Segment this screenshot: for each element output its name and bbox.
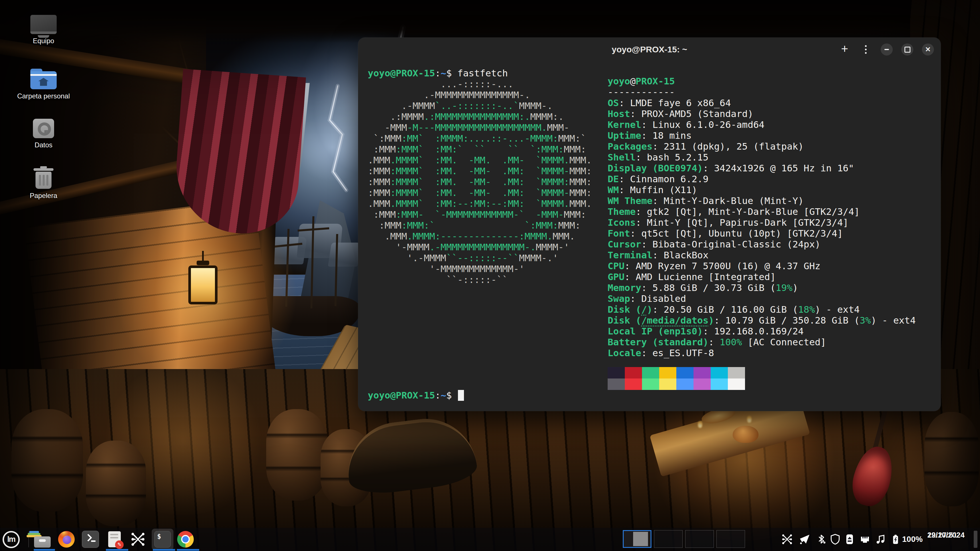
desktop-icon-trash[interactable]: Papelera (16, 165, 71, 200)
mint-menu-button[interactable]: lm (3, 531, 20, 548)
workspace-3[interactable] (685, 530, 714, 548)
running-indicator-file-manager (34, 549, 55, 551)
terminal-prompt-idle: yoyo@PROX-15:~$ (368, 390, 464, 401)
minimize-icon (885, 49, 889, 50)
running-indicator-text-editor (106, 549, 128, 551)
launcher-terminal[interactable] (82, 531, 99, 548)
terminal-window: yoyo@PROX-15: ~ + ✕ yoyo@PROX-15:~$ fast… (358, 38, 941, 411)
launcher-text-editor[interactable] (106, 531, 123, 548)
palette-color-swatch (642, 378, 659, 390)
desktop-icon-computer[interactable]: Equipo (16, 15, 71, 45)
blackbox-terminal-icon (154, 531, 171, 548)
desktop-icon-datos[interactable]: Datos (16, 119, 71, 149)
fastfetch-info: yoyo@PROX-15------------OS: LMDE faye 6 … (608, 76, 916, 359)
running-indicator-chrome (177, 549, 199, 551)
launcher-file-manager[interactable] (34, 531, 51, 548)
firefox-icon (58, 531, 75, 548)
window-title: yoyo@PROX-15: ~ (612, 44, 687, 54)
palette-color-swatch (711, 378, 728, 390)
clock-date: 29/10/2024 (928, 531, 964, 539)
tray-input-leap-icon[interactable] (781, 533, 793, 546)
palette-color-swatch (642, 367, 659, 378)
launcher-firefox[interactable] (58, 531, 75, 548)
palette-color-swatch (608, 378, 625, 390)
workspace-2[interactable] (654, 530, 682, 548)
launcher-blackbox-terminal[interactable] (154, 531, 171, 548)
tray-bluetooth-icon[interactable] (815, 533, 828, 546)
desktop-icon-label: Carpeta personal (16, 92, 71, 100)
terminal-content[interactable]: yoyo@PROX-15:~$ fastfetch ...-:::::-... … (358, 62, 941, 411)
window-menu-button[interactable] (859, 43, 872, 56)
running-indicator-blackbox (153, 549, 175, 551)
kebab-menu-icon (865, 45, 867, 54)
show-desktop-button[interactable] (974, 531, 977, 548)
fastfetch-color-palette (608, 367, 751, 390)
launcher-input-leap[interactable] (129, 531, 146, 548)
battery-percentage: 100% (902, 535, 923, 544)
trash-icon (35, 171, 51, 189)
maximize-button[interactable] (901, 43, 913, 56)
tray-telegram-icon[interactable] (799, 533, 811, 546)
palette-color-swatch (608, 367, 625, 378)
palette-color-swatch (728, 367, 745, 378)
workspace-1[interactable] (623, 530, 651, 548)
tray-firewall-shield-icon[interactable] (829, 533, 842, 546)
terminal-cursor (458, 390, 464, 401)
palette-color-swatch (625, 367, 642, 378)
home-folder-icon (30, 69, 57, 89)
palette-color-swatch (676, 367, 694, 378)
palette-color-swatch (659, 378, 676, 390)
drive-icon (33, 119, 54, 138)
computer-icon (30, 15, 57, 34)
fastfetch-ascii-logo: ...-:::::-... .-MMMMMMMMMMMMMMM-. .-MMMM… (368, 79, 592, 285)
palette-color-swatch (676, 378, 694, 390)
new-tab-button[interactable]: + (838, 43, 851, 55)
maximize-icon (904, 47, 910, 52)
terminal-icon (82, 531, 99, 548)
desktop-icon-home-folder[interactable]: Carpeta personal (16, 69, 71, 100)
close-button[interactable]: ✕ (922, 43, 934, 56)
palette-color-swatch (728, 378, 745, 390)
desktop-icon-label: Papelera (16, 192, 71, 200)
chrome-icon (177, 531, 194, 548)
mint-logo-icon: lm (7, 535, 15, 544)
terminal-prompt-command: yoyo@PROX-15:~$ fastfetch (368, 68, 508, 79)
minimize-button[interactable] (881, 43, 893, 56)
desktop-icon-label: Equipo (16, 37, 71, 45)
input-leap-icon (130, 531, 146, 547)
palette-color-swatch (711, 367, 728, 378)
palette-color-swatch (659, 367, 676, 378)
bottom-panel: lm (0, 528, 980, 551)
tray-music-player-icon[interactable] (874, 533, 887, 546)
workspace-switcher (623, 530, 745, 548)
palette-color-swatch (625, 378, 642, 390)
text-editor-icon (108, 531, 121, 547)
tray-removable-media-icon[interactable] (843, 533, 856, 546)
terminal-titlebar[interactable]: yoyo@PROX-15: ~ + ✕ (358, 38, 941, 62)
workspace-window-thumbnail (633, 532, 648, 546)
workspace-4[interactable] (716, 530, 745, 548)
desktop-icon-label: Datos (16, 141, 71, 149)
launcher-chrome[interactable] (177, 531, 194, 548)
palette-color-swatch (694, 378, 711, 390)
tray-battery-icon[interactable] (889, 533, 902, 546)
tray-network-icon[interactable] (859, 533, 871, 546)
palette-color-swatch (694, 367, 711, 378)
file-manager-icon (34, 531, 51, 548)
